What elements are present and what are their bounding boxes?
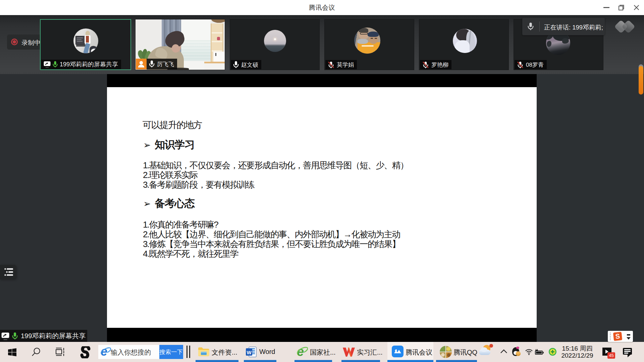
svg-text:W: W [247, 350, 252, 355]
